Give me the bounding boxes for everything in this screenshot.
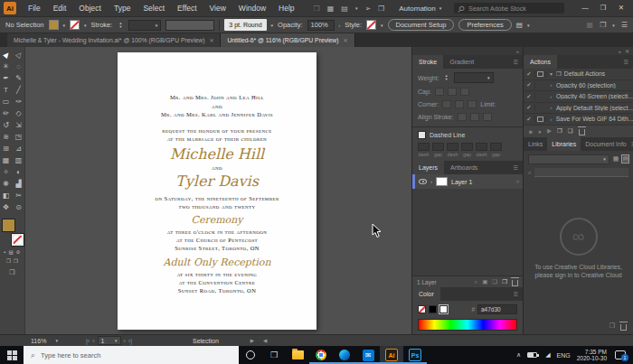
column-graph-tool[interactable]: ▟ (13, 178, 25, 190)
stepper-down-icon[interactable]: ▾ (119, 25, 121, 29)
width-profile-dropdown[interactable] (165, 20, 214, 31)
toggle-item-check-icon[interactable]: ✓ (524, 116, 535, 123)
action-name[interactable]: Save For Web GIF 64 Dith... (556, 116, 633, 122)
language-indicator[interactable]: ENG (557, 352, 571, 359)
visibility-eye-icon[interactable] (419, 179, 427, 184)
weight-chevron-icon[interactable]: ▾ (487, 75, 490, 80)
delete-layer-icon[interactable] (512, 280, 518, 286)
weight-dropdown[interactable]: ▾ (454, 72, 494, 83)
action-row-apply-default-style[interactable]: ✓ › Apply Default Style (select... (524, 103, 633, 115)
close-panel-icon[interactable]: ✕ (625, 48, 629, 54)
fill-color-swatch[interactable] (49, 20, 59, 30)
new-set-icon[interactable]: ❐ (557, 127, 562, 135)
menu-effect[interactable]: Effect (171, 0, 203, 16)
blend-tool[interactable]: ◐ (13, 166, 25, 178)
invitation-date2[interactable]: two thousand and twenty (118, 203, 316, 210)
list-view-icon[interactable]: ▤ (622, 155, 628, 163)
color-spectrum-bar[interactable] (418, 319, 517, 331)
expand-layer-icon[interactable]: › (430, 179, 432, 184)
target-circle-icon[interactable]: ○ (515, 179, 519, 184)
layer-row-layer1[interactable]: › Layer 1 ○ (412, 174, 523, 189)
dialog-toggle-icon[interactable] (537, 117, 543, 122)
hex-value-field[interactable]: a47d30 (477, 304, 517, 314)
eraser-tool[interactable]: ◇ (13, 107, 25, 119)
fill-chevron-icon[interactable]: ▾ (63, 23, 66, 28)
action-name[interactable]: Opacity 40 Screen (selecti... (556, 93, 633, 99)
toolbar-stroke-swatch[interactable] (12, 234, 24, 246)
document-layout-icon[interactable]: ▤ (341, 5, 348, 13)
draw-behind-icon[interactable]: ❐ (14, 258, 18, 264)
menu-type[interactable]: Type (108, 0, 137, 16)
clipping-mask-icon[interactable]: ▣ (482, 278, 487, 285)
artboard[interactable]: Mr. and Mrs. John and Lea Hill and Mr. a… (118, 52, 316, 330)
invitation-parents2[interactable]: Mr. and Mrs. Karl and Jennifer Davis (118, 111, 316, 118)
share-icon[interactable]: ➢ (364, 5, 371, 13)
invitation-ceremony-line2[interactable]: at the Church of Pentecost (118, 237, 316, 244)
none-swatch[interactable] (418, 305, 426, 313)
dash-input-2[interactable] (447, 143, 458, 151)
tab-layers[interactable]: Layers (412, 161, 444, 174)
expand-icon[interactable]: › (546, 117, 556, 122)
invitation-ceremony-line1[interactable]: at three o'clock in the afternoon (118, 229, 316, 236)
prev-artboard-icon[interactable]: ‹ (92, 338, 94, 344)
zoom-tool[interactable]: ⊙ (13, 201, 25, 213)
draw-normal-icon[interactable]: ❒ (6, 258, 11, 264)
action-row-opacity-60[interactable]: ✓ › Opacity 60 (selection) (524, 80, 633, 92)
close-button[interactable]: ✕ (613, 1, 629, 15)
invitation-and[interactable]: and (118, 103, 316, 110)
stroke-chevron-icon[interactable]: ▾ (84, 23, 87, 28)
chrome-button[interactable] (309, 346, 333, 364)
library-search-input[interactable] (534, 168, 628, 177)
grid-view-icon[interactable]: ▦ (613, 155, 619, 163)
invitation-parents1[interactable]: Mr. and Mrs. John and Lea Hill (118, 94, 316, 101)
delete-action-icon[interactable] (579, 129, 585, 135)
arrangement-chevron-icon[interactable]: ▾ (612, 23, 615, 28)
weight-stepper[interactable]: ▴ ▾ (443, 74, 450, 81)
sync-status-icon[interactable]: ❒ (609, 322, 615, 330)
publish-icon[interactable]: ❒ (378, 5, 384, 13)
stroke-color-swatch[interactable] (70, 20, 80, 30)
menu-file[interactable]: File (22, 0, 47, 16)
none-mode-icon[interactable]: ⊘ (16, 249, 21, 255)
task-view-button[interactable]: ❒ (262, 346, 286, 364)
invitation-reception-line1[interactable]: at six thirty in the evening (118, 271, 316, 278)
color-mode-icon[interactable]: ▪ (5, 249, 6, 255)
document-setup-button[interactable]: Document Setup (388, 19, 455, 31)
gradient-tool[interactable]: ▥ (13, 154, 25, 166)
toggle-item-check-icon[interactable]: ✓ (524, 93, 535, 100)
pencil-tool[interactable]: ✏ (0, 107, 13, 119)
preferences-button[interactable]: Preferences (458, 19, 511, 31)
tab-wedding-invitation[interactable]: Michelle & Tyler - Wedding Invitation.ai… (7, 33, 221, 47)
menu-help[interactable]: Help (272, 0, 300, 16)
action-row-default-actions[interactable]: ✓ ▾ ❐ Default Actions (524, 69, 633, 80)
screen-mode-icon[interactable]: ❒ (9, 269, 14, 276)
invitation-ceremony-title[interactable]: Ceremony (118, 214, 316, 226)
tab-untitled-6[interactable]: Untitled-6* @ 116% (RGB/GPU Preview) ✕ (221, 33, 354, 47)
zoom-level[interactable]: 116% (31, 338, 46, 344)
first-artboard-icon[interactable]: |‹ (86, 338, 90, 344)
tab-gradient[interactable]: Gradient (443, 55, 480, 69)
brush-chevron-icon[interactable]: ▾ (271, 23, 274, 28)
panel-menu-icon[interactable]: ☰ (514, 55, 523, 69)
curvature-tool[interactable]: ✎ (13, 72, 25, 84)
style-swatch[interactable] (366, 20, 376, 30)
workspace-switcher[interactable]: Automation ▾ (399, 5, 441, 13)
menu-window[interactable]: Window (232, 0, 272, 16)
new-layer-icon[interactable]: ❐ (502, 278, 507, 285)
stroke-weight-stepper[interactable]: ▴ ▾ (117, 22, 124, 29)
network-icon[interactable]: ◢ (545, 351, 550, 359)
gap-input-1[interactable] (432, 143, 444, 151)
canvas[interactable]: Mr. and Mrs. John and Lea Hill and Mr. a… (25, 47, 411, 334)
bevel-join-button[interactable] (468, 100, 477, 108)
gradient-mode-icon[interactable]: ▤ (9, 249, 14, 255)
taskbar-search-box[interactable]: ⌕ (24, 346, 239, 364)
align-inside-button[interactable] (470, 113, 479, 121)
dialog-toggle-icon[interactable] (537, 71, 543, 77)
last-artboard-icon[interactable]: ›| (128, 338, 132, 344)
zoom-chevron-icon[interactable]: ▾ (55, 338, 58, 343)
style-chevron-icon[interactable]: ▾ (381, 23, 383, 28)
scale-tool[interactable]: ⇲ (13, 119, 25, 131)
miter-join-button[interactable] (442, 100, 451, 108)
toolbar-fill-swatch[interactable] (2, 219, 15, 232)
file-explorer-button[interactable] (286, 346, 309, 364)
